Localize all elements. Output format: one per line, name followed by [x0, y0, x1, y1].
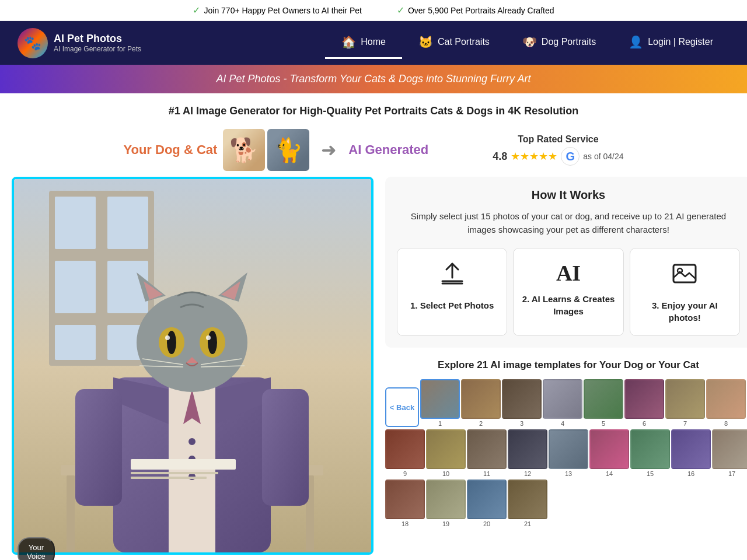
template-thumb-6[interactable] [624, 379, 664, 419]
template-num-3: 3 [520, 420, 523, 427]
template-thumb-19[interactable] [426, 480, 466, 519]
top-bar-item-2: ✓ Over 5,900 Pet Portraits Already Craft… [397, 5, 554, 16]
template-thumb-9[interactable] [385, 429, 425, 469]
check-icon-1: ✓ [193, 5, 200, 16]
svg-rect-3 [107, 197, 148, 249]
template-row-1: < Back 1 2 3 4 [385, 379, 747, 427]
login-icon: 👤 [629, 35, 643, 49]
template-thumb-14[interactable] [589, 429, 629, 469]
template-item-17: 17 [712, 429, 747, 477]
svg-point-31 [206, 335, 211, 340]
template-thumb-3[interactable] [502, 379, 542, 419]
template-thumb-17[interactable] [712, 429, 747, 469]
template-item-6: 6 [624, 379, 664, 427]
svg-rect-40 [75, 389, 122, 506]
pet-showcase-label: Your Dog & Cat [123, 142, 217, 158]
template-num-11: 11 [483, 470, 490, 477]
svg-point-30 [165, 335, 170, 340]
step-3: 3. Enjoy your AI photos! [630, 248, 740, 336]
check-icon-2: ✓ [397, 5, 404, 16]
dog-photo: 🐕 [223, 129, 265, 171]
template-thumb-5[interactable] [584, 379, 623, 419]
template-thumb-12[interactable] [508, 429, 547, 469]
template-thumb-20[interactable] [467, 480, 507, 519]
template-thumb-21[interactable] [508, 480, 547, 519]
top-rated-label: Top Rated Service [493, 134, 623, 145]
main-image-wrapper: Your Voice [12, 177, 374, 555]
ai-text-icon: AI [556, 261, 581, 285]
google-icon: G [561, 147, 580, 166]
home-icon: 🏠 [341, 35, 356, 49]
nav-cat-portraits[interactable]: 🐱 Cat Portraits [402, 27, 506, 59]
voice-button[interactable]: Your Voice [18, 537, 55, 560]
right-panel: How It Works Simply select just 15 photo… [374, 177, 747, 528]
logo-main-title: AI Pet Photos [54, 33, 141, 45]
top-bar-text-2: Over 5,900 Pet Portraits Already Crafted [408, 6, 554, 15]
logo-paw: 🐾 [24, 35, 41, 51]
template-item-1: 1 [420, 379, 460, 427]
cat-scene-svg [14, 179, 371, 552]
template-num-10: 10 [442, 470, 449, 477]
template-item-16: 16 [671, 429, 711, 477]
nav-dog-portraits[interactable]: 🐶 Dog Portraits [506, 27, 612, 59]
templates-title: Explore 21 AI image templates for Your D… [385, 359, 747, 371]
template-num-2: 2 [479, 420, 483, 427]
template-thumb-15[interactable] [630, 429, 670, 469]
template-thumb-16[interactable] [671, 429, 711, 469]
template-num-15: 15 [647, 470, 654, 477]
template-thumb-11[interactable] [467, 429, 507, 469]
template-thumb-4[interactable] [543, 379, 582, 419]
template-item-19: 19 [426, 480, 466, 527]
main-image [14, 179, 371, 552]
main-image-container [12, 177, 374, 555]
template-thumb-18[interactable] [385, 480, 425, 519]
nav-home[interactable]: 🏠 Home [325, 27, 402, 59]
template-num-7: 7 [683, 420, 687, 427]
nav-dog-label: Dog Portraits [542, 37, 596, 47]
rating-area: Top Rated Service 4.8 ★★★★★ G as of 04/2… [493, 134, 623, 166]
template-item-2: 2 [461, 379, 501, 427]
cat-photo: 🐈 [267, 129, 309, 171]
template-num-9: 9 [403, 470, 407, 477]
template-thumb-2[interactable] [461, 379, 501, 419]
main-content: Your Voice How It Works Simply select ju… [0, 177, 747, 560]
template-thumb-13[interactable] [549, 429, 588, 469]
how-title: How It Works [397, 188, 740, 202]
back-button[interactable]: < Back [385, 387, 419, 427]
svg-rect-48 [673, 265, 696, 282]
template-item-11: 11 [467, 429, 507, 477]
template-item-7: 7 [665, 379, 705, 427]
template-num-1: 1 [438, 420, 442, 427]
template-num-21: 21 [524, 520, 531, 527]
cat-portraits-icon: 🐱 [418, 35, 433, 49]
template-thumb-10[interactable] [426, 429, 466, 469]
template-thumb-7[interactable] [665, 379, 705, 419]
template-item-18: 18 [385, 480, 425, 527]
template-item-13: 13 [549, 429, 588, 477]
nav-home-label: Home [361, 37, 386, 47]
svg-rect-44 [131, 477, 207, 479]
top-bar-item-1: ✓ Join 770+ Happy Pet Owners to AI their… [193, 5, 361, 16]
how-description: Simply select just 15 photos of your cat… [397, 210, 740, 236]
template-thumb-1[interactable] [420, 379, 460, 419]
svg-rect-41 [262, 389, 309, 506]
template-num-14: 14 [606, 470, 613, 477]
step-3-label: 3. Enjoy your AI photos! [638, 299, 731, 324]
how-steps: 1. Select Pet Photos AI 2. AI Learns & C… [397, 248, 740, 336]
step-1-icon [406, 260, 498, 292]
logo-area: 🐾 AI Pet Photos AI Image Generator for P… [18, 28, 141, 58]
nav-cat-label: Cat Portraits [438, 37, 490, 47]
template-thumb-8[interactable] [706, 379, 746, 419]
nav-login-label: Login | Register [648, 37, 713, 47]
logo-text: AI Pet Photos AI Image Generator for Pet… [54, 33, 141, 53]
template-item-21: 21 [508, 480, 547, 527]
svg-rect-4 [55, 261, 96, 313]
pet-showcase: Your Dog & Cat 🐕 🐈 ➜ AI Generated Top Ra… [0, 123, 747, 177]
logo-sub-title: AI Image Generator for Pets [54, 45, 141, 53]
template-item-15: 15 [630, 429, 670, 477]
header: 🐾 AI Pet Photos AI Image Generator for P… [0, 21, 747, 65]
how-it-works: How It Works Simply select just 15 photo… [385, 177, 747, 348]
nav-login[interactable]: 👤 Login | Register [612, 27, 729, 59]
template-num-4: 4 [561, 420, 564, 427]
as-of-label: as of 04/24 [583, 152, 623, 161]
